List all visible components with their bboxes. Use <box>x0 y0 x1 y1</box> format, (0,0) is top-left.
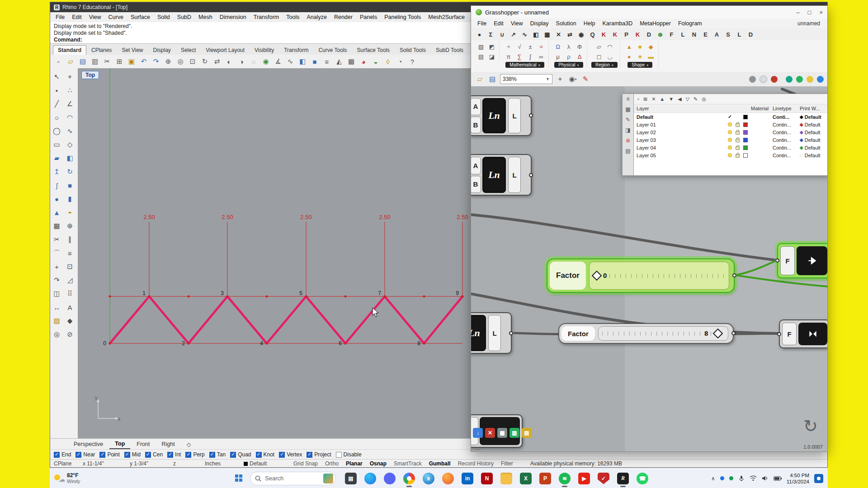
slider-name[interactable]: Factor <box>561 326 595 341</box>
gh-icon-sqrt[interactable]: √ <box>514 42 524 52</box>
taskbar-app-firefox[interactable] <box>442 473 454 484</box>
rectangle-tool-icon[interactable]: ▭ <box>50 138 63 151</box>
osnap-disable[interactable]: Disable <box>336 451 362 458</box>
taskbar-app-file-explorer[interactable] <box>500 473 512 484</box>
slider-track[interactable]: 0 <box>589 262 729 290</box>
gh-menu-help[interactable]: Help <box>580 19 599 28</box>
rhino-tab-visibility[interactable]: Visibility <box>250 45 279 55</box>
rhino-menu-tools[interactable]: Tools <box>283 13 303 21</box>
rhino-tab-solid-tools[interactable]: Solid Tools <box>395 45 431 55</box>
taskbar-weather-widget[interactable]: ☁ 82°F Windy <box>54 473 122 484</box>
light-icon[interactable]: ◒ <box>370 56 381 67</box>
checkbox-icon[interactable] <box>256 452 262 458</box>
download-widget-icon[interactable]: ↓ <box>473 428 483 438</box>
surface-tools-icon[interactable]: ◧ <box>297 56 308 67</box>
tab-f-icon[interactable]: F <box>667 30 676 39</box>
gh-icon-omega[interactable]: Ω <box>553 42 563 52</box>
notes-panel-icon[interactable]: ✎ <box>626 117 630 123</box>
lock-tool-icon[interactable]: ⊘ <box>63 328 76 341</box>
gh-menu-metahopper[interactable]: MetaHopper <box>636 19 675 28</box>
toggle-smarttrack[interactable]: SmartTrack <box>394 460 422 467</box>
toggle-grid-snap[interactable]: Grid Snap <box>293 460 318 467</box>
script-icon[interactable]: ◔ <box>395 56 406 67</box>
output-grip[interactable] <box>529 173 533 177</box>
move-up-icon[interactable]: ▲ <box>660 96 665 102</box>
tab-d2-icon[interactable]: D <box>746 30 755 39</box>
rhino-tab-set-view[interactable]: Set View <box>117 45 148 55</box>
curve-tool-icon[interactable]: ∿ <box>63 124 76 138</box>
solver-compass-icon[interactable]: ↻ <box>803 416 818 436</box>
gh-icon-integral[interactable]: ∫ <box>525 52 535 61</box>
layer-color-swatch[interactable] <box>743 130 748 135</box>
selected-preview-icon[interactable] <box>771 76 778 83</box>
tab-maths-icon[interactable]: Σ <box>486 30 495 39</box>
move-down-icon[interactable]: ▼ <box>669 96 674 102</box>
ribbon-label-shape[interactable]: Shape▾ <box>627 62 652 68</box>
gh-menu-karamba3d[interactable]: Karamba3D <box>599 19 636 28</box>
tab-mesh-icon[interactable]: ▦ <box>542 30 552 39</box>
tab-plugin-icon[interactable]: ⊛ <box>656 30 665 39</box>
battery-icon[interactable] <box>774 476 782 481</box>
output-grip[interactable] <box>509 331 513 335</box>
checkbox-icon[interactable] <box>209 452 215 458</box>
zoom-level-select[interactable]: 338%▼ <box>500 74 552 84</box>
truss-zigzag-curve[interactable] <box>110 296 462 343</box>
checkbox-icon[interactable] <box>124 452 130 458</box>
osnap-vertex[interactable]: Vertex <box>279 451 302 458</box>
toggle-ortho[interactable]: Ortho <box>325 460 339 467</box>
gumball-preview-icon[interactable] <box>807 76 813 83</box>
offset-tool-icon[interactable]: ≡ <box>63 246 76 260</box>
scale-tool-icon[interactable]: ⊡ <box>63 260 76 273</box>
gh-menu-fologram[interactable]: Fologram <box>675 19 706 28</box>
checkbox-icon[interactable] <box>99 452 105 458</box>
viewport-tab-front[interactable]: Front <box>131 440 155 449</box>
layer-row[interactable]: Layer 02 Contin... ◆Default <box>634 128 827 136</box>
cone-tool-icon[interactable]: ▲ <box>50 206 63 219</box>
layer-lock-icon[interactable] <box>736 154 740 158</box>
osnap-int[interactable]: Int <box>167 451 181 458</box>
column-linetype[interactable]: Linetype <box>773 106 800 111</box>
gh-icon-infinity[interactable]: ∞ <box>536 52 546 61</box>
gh-icon-bar[interactable]: ▬ <box>646 52 656 61</box>
gh-icon[interactable]: ◪ <box>487 52 497 61</box>
line-component-icon[interactable]: Ln <box>482 98 506 133</box>
gh-icon-square[interactable]: ■ <box>635 42 645 52</box>
viewport-top[interactable]: Top <box>78 68 471 440</box>
layer-tools-icon[interactable]: ✎ <box>693 96 698 102</box>
gh-function-component-selected[interactable]: F <box>777 243 827 278</box>
search-icon[interactable]: ◎ <box>702 96 706 102</box>
output-grip[interactable] <box>732 273 736 277</box>
microphone-icon[interactable] <box>738 475 745 482</box>
rhino-menu-panels[interactable]: Panels <box>356 13 381 21</box>
rhino-menu-mesh[interactable]: Mesh <box>195 13 216 21</box>
layer-row[interactable]: Default ✓ Conti... ◆Default <box>634 113 827 121</box>
layers-icon[interactable]: ≡ <box>321 56 332 67</box>
gh-icon-circle[interactable]: ● <box>624 52 634 61</box>
taskbar-search[interactable]: Search <box>250 472 336 485</box>
sketch-icon[interactable]: ✎ <box>580 74 590 84</box>
tab-e-icon[interactable]: E <box>701 30 710 39</box>
object-properties-icon[interactable]: ◭ <box>334 56 344 67</box>
rotate-tool-icon[interactable]: ↷ <box>50 273 63 287</box>
maximize-icon[interactable]: □ <box>808 9 811 16</box>
rhino-menu-subd[interactable]: SubD <box>174 13 195 21</box>
tab-display-icon[interactable]: ◉ <box>576 30 586 39</box>
slider-track[interactable]: 8 <box>598 326 728 341</box>
text-tool-icon[interactable]: A <box>63 300 76 314</box>
tab-karamba-icon[interactable]: K <box>633 30 642 39</box>
checkbox-icon[interactable] <box>279 452 285 458</box>
point-tool-icon[interactable]: • <box>50 84 63 97</box>
slider-knob[interactable] <box>592 271 602 281</box>
layer-on-bulb-icon[interactable] <box>728 153 732 157</box>
viewport-title-chip[interactable]: Top <box>81 71 99 79</box>
rhino-tab-transform[interactable]: Transform <box>279 45 313 55</box>
gh-number-slider[interactable]: Factor 8 <box>558 323 734 344</box>
column-material[interactable]: Material <box>751 106 773 111</box>
layer-lock-icon[interactable] <box>736 146 740 150</box>
select-tool-icon[interactable]: ↖ <box>50 70 63 84</box>
layer-lock-icon[interactable] <box>736 131 740 135</box>
rhino-tab-select[interactable]: Select <box>176 45 201 55</box>
tab-a-icon[interactable]: A <box>712 30 722 39</box>
layer-lock-icon[interactable] <box>736 139 740 142</box>
array-tool-icon[interactable]: ⠿ <box>63 287 76 300</box>
